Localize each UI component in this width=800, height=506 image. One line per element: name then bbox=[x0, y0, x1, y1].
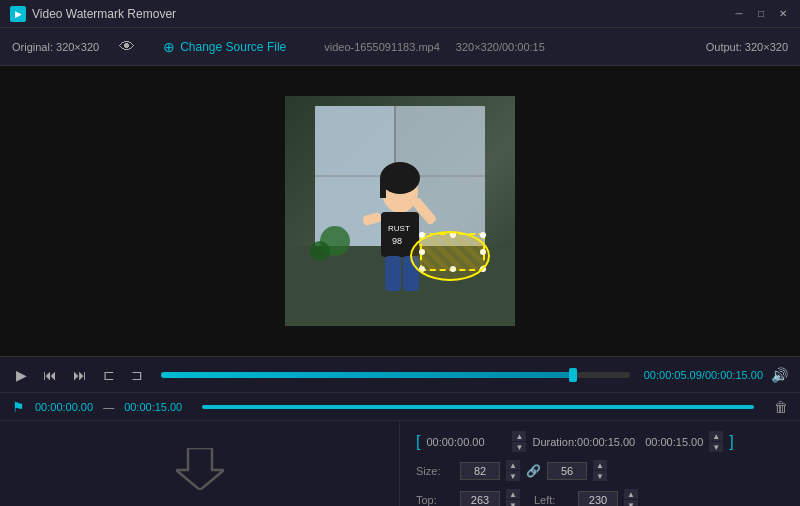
end-time-spinner[interactable]: ▲ ▼ bbox=[709, 431, 723, 452]
video-frame: RUST 98 bbox=[285, 96, 515, 326]
svg-text:98: 98 bbox=[392, 236, 402, 246]
maximize-button[interactable]: □ bbox=[754, 7, 768, 21]
controls-bar: ▶ ⏮ ⏭ ⊏ ⊐ 00:00:05.09/00:00:15.00 🔊 bbox=[0, 356, 800, 392]
position-row: Top: ▲ ▼ Left: ▲ ▼ bbox=[416, 489, 784, 506]
step-forward-button[interactable]: ⏭ bbox=[69, 365, 91, 385]
top-down[interactable]: ▼ bbox=[506, 500, 520, 506]
left-down[interactable]: ▼ bbox=[624, 500, 638, 506]
height-spinner[interactable]: ▲ ▼ bbox=[593, 460, 607, 481]
window-controls: ─ □ ✕ bbox=[732, 7, 790, 21]
top-up[interactable]: ▲ bbox=[506, 489, 520, 499]
handle-tr[interactable] bbox=[480, 232, 486, 238]
trash-icon[interactable]: 🗑 bbox=[774, 399, 788, 415]
timeline-fill bbox=[202, 405, 754, 409]
progress-fill bbox=[161, 372, 573, 378]
progress-bar[interactable] bbox=[161, 372, 630, 378]
timeline-range-end: 00:00:15.00 bbox=[124, 401, 182, 413]
file-info: video-1655091183.mp4 320×320/00:00:15 bbox=[324, 41, 545, 53]
height-down[interactable]: ▼ bbox=[593, 471, 607, 481]
timeline-range-separator: — bbox=[103, 401, 114, 413]
file-name: video-1655091183.mp4 bbox=[324, 41, 440, 53]
start-time-input[interactable] bbox=[426, 436, 506, 448]
svg-point-6 bbox=[310, 241, 330, 261]
girl-silhouette: RUST 98 bbox=[285, 96, 515, 326]
height-input[interactable] bbox=[547, 462, 587, 480]
bottom-area: + Add watermark removing area [ ▲ ▼ Dura… bbox=[0, 420, 800, 506]
left-label: Left: bbox=[534, 494, 572, 506]
left-panel: + Add watermark removing area bbox=[0, 421, 400, 506]
clip-end-button[interactable]: ⊐ bbox=[127, 365, 147, 385]
close-button[interactable]: ✕ bbox=[776, 7, 790, 21]
top-input[interactable] bbox=[460, 491, 500, 507]
timeline-flag-icon: ⚑ bbox=[12, 399, 25, 415]
start-time-down[interactable]: ▼ bbox=[512, 442, 526, 452]
top-spinner[interactable]: ▲ ▼ bbox=[506, 489, 520, 506]
start-time-up[interactable]: ▲ bbox=[512, 431, 526, 441]
video-preview: RUST 98 bbox=[0, 66, 800, 356]
timeline-bar[interactable] bbox=[202, 405, 754, 409]
size-label: Size: bbox=[416, 465, 454, 477]
bracket-open: [ bbox=[416, 433, 420, 451]
output-size-label: Output: 320×320 bbox=[706, 41, 788, 53]
right-panel: [ ▲ ▼ Duration:00:00:15.00 00:00:15.00 ▲… bbox=[400, 421, 800, 506]
duration-label: Duration:00:00:15.00 bbox=[532, 436, 635, 448]
left-up[interactable]: ▲ bbox=[624, 489, 638, 499]
bracket-close: ] bbox=[729, 433, 733, 451]
clip-start-button[interactable]: ⊏ bbox=[99, 365, 119, 385]
top-bar: Original: 320×320 👁 ⊕ Change Source File… bbox=[0, 28, 800, 66]
title-bar: ▶ Video Watermark Remover ─ □ ✕ bbox=[0, 0, 800, 28]
left-spinner[interactable]: ▲ ▼ bbox=[624, 489, 638, 506]
svg-marker-17 bbox=[176, 448, 224, 490]
width-input[interactable] bbox=[460, 462, 500, 480]
app-icon: ▶ bbox=[10, 6, 26, 22]
end-time-down[interactable]: ▼ bbox=[709, 442, 723, 452]
original-size-label: Original: 320×320 bbox=[12, 41, 99, 53]
volume-icon[interactable]: 🔊 bbox=[771, 367, 788, 383]
eye-icon[interactable]: 👁 bbox=[119, 38, 135, 56]
arrow-down-icon bbox=[176, 448, 224, 499]
app-title: Video Watermark Remover bbox=[32, 7, 732, 21]
link-icon[interactable]: 🔗 bbox=[526, 464, 541, 478]
width-down[interactable]: ▼ bbox=[506, 471, 520, 481]
time-range-row: [ ▲ ▼ Duration:00:00:15.00 00:00:15.00 ▲… bbox=[416, 431, 784, 452]
download-arrow-icon bbox=[176, 448, 224, 490]
file-dimension: 320×320/00:00:15 bbox=[456, 41, 545, 53]
top-label: Top: bbox=[416, 494, 454, 506]
left-input[interactable] bbox=[578, 491, 618, 507]
svg-rect-15 bbox=[385, 256, 401, 291]
height-up[interactable]: ▲ bbox=[593, 460, 607, 470]
progress-thumb[interactable] bbox=[569, 368, 577, 382]
start-time-spinner[interactable]: ▲ ▼ bbox=[512, 431, 526, 452]
minimize-button[interactable]: ─ bbox=[732, 7, 746, 21]
svg-text:RUST: RUST bbox=[388, 224, 410, 233]
change-source-label: Change Source File bbox=[180, 40, 286, 54]
svg-rect-9 bbox=[380, 178, 386, 198]
video-placeholder: RUST 98 bbox=[285, 96, 515, 326]
width-spinner[interactable]: ▲ ▼ bbox=[506, 460, 520, 481]
watermark-ellipse bbox=[410, 231, 490, 281]
timeline-section: ⚑ 00:00:00.00 — 00:00:15.00 🗑 bbox=[0, 392, 800, 420]
width-up[interactable]: ▲ bbox=[506, 460, 520, 470]
timeline-range-start: 00:00:00.00 bbox=[35, 401, 93, 413]
end-time-value: 00:00:15.00 bbox=[645, 436, 703, 448]
step-back-button[interactable]: ⏮ bbox=[39, 365, 61, 385]
size-row: Size: ▲ ▼ 🔗 ▲ ▼ bbox=[416, 460, 784, 481]
plus-circle-icon: ⊕ bbox=[163, 39, 175, 55]
end-time-up[interactable]: ▲ bbox=[709, 431, 723, 441]
play-button[interactable]: ▶ bbox=[12, 365, 31, 385]
change-source-button[interactable]: ⊕ Change Source File bbox=[155, 35, 294, 59]
time-display: 00:00:05.09/00:00:15.00 bbox=[644, 369, 763, 381]
main-content: RUST 98 bbox=[0, 66, 800, 356]
